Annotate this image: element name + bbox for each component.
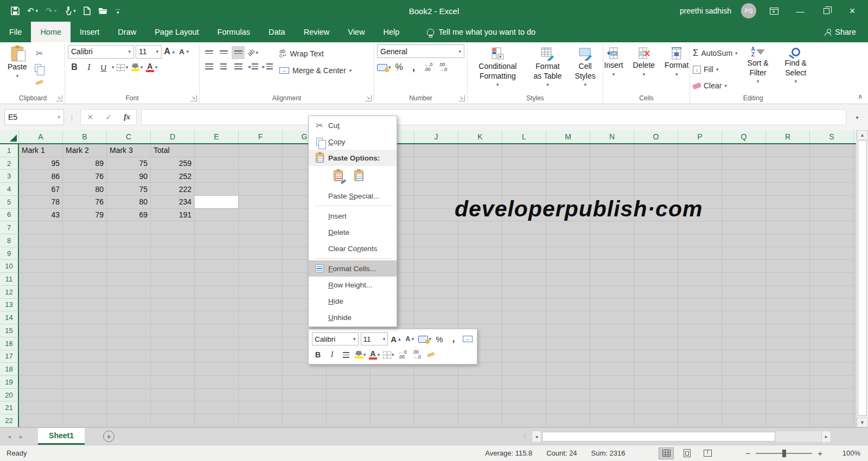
cell-F7[interactable] xyxy=(239,221,283,234)
cell-J5[interactable] xyxy=(414,196,458,209)
cell-C20[interactable] xyxy=(107,389,151,402)
cell-O9[interactable] xyxy=(634,247,678,260)
conditional-formatting-button[interactable]: ≠ Conditional Formatting▾ xyxy=(470,44,525,89)
decrease-indent-button[interactable]: ◂ xyxy=(246,60,259,73)
cell-E11[interactable] xyxy=(195,273,239,286)
cell-A14[interactable] xyxy=(19,311,63,324)
insert-function-icon[interactable]: fx xyxy=(118,110,136,125)
column-header-E[interactable]: E xyxy=(195,130,239,143)
paste-button[interactable]: Paste▾ xyxy=(4,44,31,80)
cell-I20[interactable] xyxy=(371,389,414,402)
cell-J4[interactable] xyxy=(414,183,458,196)
cell-C14[interactable] xyxy=(107,311,151,324)
cell-A21[interactable] xyxy=(19,401,63,414)
cell-C7[interactable] xyxy=(107,221,151,234)
cell-K1[interactable] xyxy=(458,144,502,157)
tab-review[interactable]: Review xyxy=(295,22,339,42)
cell-E9[interactable] xyxy=(195,247,239,260)
cell-M16[interactable] xyxy=(546,337,590,350)
cell-Q15[interactable] xyxy=(722,324,766,337)
borders-button[interactable]: ▾ xyxy=(116,61,129,74)
cell-P18[interactable] xyxy=(678,363,722,376)
column-header-L[interactable]: L xyxy=(502,130,546,143)
pane-splitter[interactable]: ⋮ xyxy=(522,428,532,445)
mini-decrease-decimal-button[interactable]: .00→.0 xyxy=(411,349,423,361)
enter-icon[interactable]: ✓ xyxy=(99,110,118,125)
cell-S1[interactable] xyxy=(810,144,854,157)
cell-I22[interactable] xyxy=(371,414,414,427)
page-layout-view-button[interactable] xyxy=(679,447,694,459)
fill-button[interactable]: ↓Fill▾ xyxy=(693,63,738,76)
cell-S10[interactable] xyxy=(810,260,854,273)
menu-item-copy[interactable]: Copy xyxy=(309,133,397,150)
cell-J6[interactable] xyxy=(414,209,458,222)
cell-B22[interactable] xyxy=(63,414,107,427)
cell-L17[interactable] xyxy=(502,350,546,363)
cell-K7[interactable] xyxy=(458,221,502,234)
cell-M10[interactable] xyxy=(546,260,590,273)
mini-fill-color-button[interactable]: ▾ xyxy=(354,349,366,361)
cell-K21[interactable] xyxy=(458,401,502,414)
row-header-22[interactable]: 22 xyxy=(0,414,19,427)
cell-M18[interactable] xyxy=(546,363,590,376)
cell-E4[interactable] xyxy=(195,183,239,196)
cell-D8[interactable] xyxy=(151,234,195,247)
cell-S7[interactable] xyxy=(810,221,854,234)
cell-H19[interactable] xyxy=(327,376,371,389)
cell-M15[interactable] xyxy=(546,324,590,337)
cell-F15[interactable] xyxy=(239,324,283,337)
shrink-font-button[interactable]: A▼ xyxy=(178,45,191,58)
cell-Q5[interactable] xyxy=(722,196,766,209)
cell-O8[interactable] xyxy=(634,234,678,247)
cell-M22[interactable] xyxy=(546,414,590,427)
formula-bar-splitter[interactable]: ⋮ xyxy=(68,113,76,121)
cell-L21[interactable] xyxy=(502,401,546,414)
cell-M4[interactable] xyxy=(546,183,590,196)
cell-F14[interactable] xyxy=(239,311,283,324)
cell-E8[interactable] xyxy=(195,234,239,247)
cell-N16[interactable] xyxy=(590,337,634,350)
cell-M11[interactable] xyxy=(546,273,590,286)
formula-input[interactable] xyxy=(141,109,846,125)
scroll-left-icon[interactable]: ◂ xyxy=(532,431,541,443)
cell-D11[interactable] xyxy=(151,273,195,286)
cell-O22[interactable] xyxy=(634,414,678,427)
row-header-21[interactable]: 21 xyxy=(0,401,19,414)
mini-percent-button[interactable]: % xyxy=(433,333,445,345)
align-left-button[interactable] xyxy=(202,60,215,73)
cell-K10[interactable] xyxy=(458,260,502,273)
cell-L8[interactable] xyxy=(502,234,546,247)
cell-C18[interactable] xyxy=(107,363,151,376)
cell-K4[interactable] xyxy=(458,183,502,196)
cell-D19[interactable] xyxy=(151,376,195,389)
row-header-6[interactable]: 6 xyxy=(0,209,19,222)
cell-L22[interactable] xyxy=(502,414,546,427)
cell-C11[interactable] xyxy=(107,273,151,286)
cell-K2[interactable] xyxy=(458,157,502,170)
cell-M12[interactable] xyxy=(546,286,590,299)
cell-B16[interactable] xyxy=(63,337,107,350)
cell-A11[interactable] xyxy=(19,273,63,286)
cell-S5[interactable] xyxy=(810,196,854,209)
column-header-D[interactable]: D xyxy=(151,130,195,143)
cell-L15[interactable] xyxy=(502,324,546,337)
cell-N15[interactable] xyxy=(590,324,634,337)
cell-A5[interactable]: 78 xyxy=(19,196,63,209)
cell-M8[interactable] xyxy=(546,234,590,247)
cell-B10[interactable] xyxy=(63,260,107,273)
underline-button[interactable]: U xyxy=(97,61,110,74)
cell-P9[interactable] xyxy=(678,247,722,260)
cell-E22[interactable] xyxy=(195,414,239,427)
cell-D21[interactable] xyxy=(151,401,195,414)
cell-P2[interactable] xyxy=(678,157,722,170)
cell-J7[interactable] xyxy=(414,221,458,234)
cell-S12[interactable] xyxy=(810,286,854,299)
delete-cells-button[interactable]: Delete▾ xyxy=(629,44,659,79)
cell-L11[interactable] xyxy=(502,273,546,286)
cell-N10[interactable] xyxy=(590,260,634,273)
cell-K22[interactable] xyxy=(458,414,502,427)
cell-B4[interactable]: 80 xyxy=(63,183,107,196)
cell-K18[interactable] xyxy=(458,363,502,376)
cell-M3[interactable] xyxy=(546,170,590,183)
mini-center-button[interactable] xyxy=(340,349,352,361)
